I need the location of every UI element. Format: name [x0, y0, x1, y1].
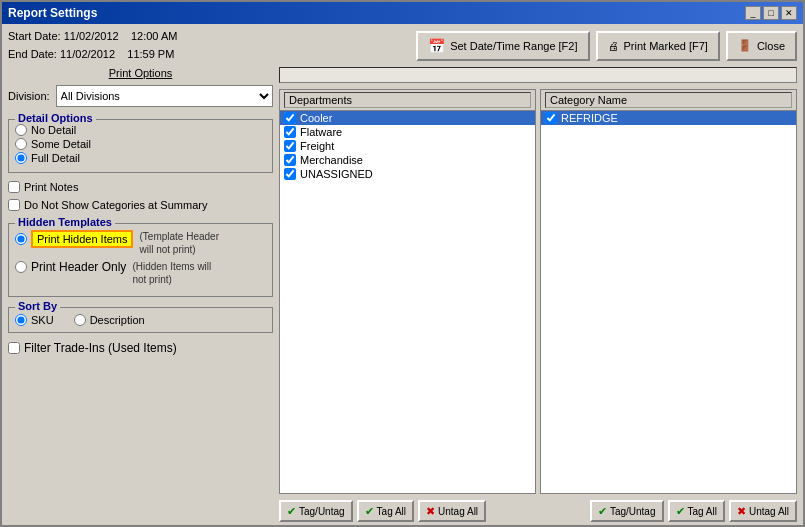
- close-icon: 🚪: [738, 39, 752, 52]
- dept-bottom-buttons: ✔ Tag/Untag ✔ Tag All ✖ Untag All: [279, 500, 486, 522]
- no-categories-checkbox[interactable]: [8, 199, 20, 211]
- bottom-buttons: ✔ Tag/Untag ✔ Tag All ✖ Untag All: [279, 500, 797, 522]
- left-panel: Print Options Division: All Divisions De…: [8, 67, 273, 522]
- list-item[interactable]: UNASSIGNED: [280, 167, 535, 181]
- print-hidden-row: Print Hidden Items (Template Headerwill …: [15, 230, 266, 256]
- full-detail-radio[interactable]: [15, 152, 27, 164]
- category-header: Category Name: [541, 90, 796, 111]
- set-date-button[interactable]: 📅 Set Date/Time Range [F2]: [416, 31, 589, 61]
- check-icon: ✔: [676, 505, 685, 518]
- merchandise-label: Merchandise: [300, 154, 363, 166]
- print-marked-button[interactable]: 🖨 Print Marked [F7]: [596, 31, 720, 61]
- window-content: Start Date: 11/02/2012 12:00 AM End Date…: [2, 24, 803, 527]
- filter-checkbox[interactable]: [8, 342, 20, 354]
- tables-row: Departments Cooler Flatware: [279, 89, 797, 494]
- end-time: 11:59 PM: [127, 48, 174, 60]
- departments-list[interactable]: Cooler Flatware Freight: [280, 111, 535, 493]
- report-settings-window: Report Settings _ □ ✕ Start Date: 11/02/…: [0, 0, 805, 527]
- start-date-value: 11/02/2012: [64, 30, 119, 42]
- cat-tag-all-button[interactable]: ✔ Tag All: [668, 500, 725, 522]
- title-bar: Report Settings _ □ ✕: [2, 2, 803, 24]
- dept-tag-untag-button[interactable]: ✔ Tag/Untag: [279, 500, 353, 522]
- list-item[interactable]: Freight: [280, 139, 535, 153]
- cat-untag-all-button[interactable]: ✖ Untag All: [729, 500, 797, 522]
- list-item[interactable]: REFRIDGE: [541, 111, 796, 125]
- category-panel: Category Name REFRIDGE: [540, 89, 797, 494]
- cat-tag-untag-button[interactable]: ✔ Tag/Untag: [590, 500, 664, 522]
- list-item[interactable]: Merchandise: [280, 153, 535, 167]
- no-detail-row: No Detail: [15, 124, 266, 136]
- description-label: Description: [90, 314, 145, 326]
- print-notes-label: Print Notes: [24, 181, 78, 193]
- some-detail-row: Some Detail: [15, 138, 266, 150]
- check-icon: ✔: [287, 505, 296, 518]
- division-select[interactable]: All Divisions: [56, 85, 273, 107]
- category-header-label: Category Name: [545, 92, 792, 108]
- freight-checkbox[interactable]: [284, 140, 296, 152]
- dept-untag-all-button[interactable]: ✖ Untag All: [418, 500, 486, 522]
- full-detail-row: Full Detail: [15, 152, 266, 164]
- print-notes-row: Print Notes: [8, 181, 273, 193]
- start-time: 12:00 AM: [131, 30, 177, 42]
- unassigned-checkbox[interactable]: [284, 168, 296, 180]
- list-item[interactable]: Flatware: [280, 125, 535, 139]
- departments-header: Departments: [280, 90, 535, 111]
- print-header-note: (Hidden Items willnot print): [132, 260, 211, 286]
- hidden-templates-group: Hidden Templates Print Hidden Items (Tem…: [8, 223, 273, 297]
- no-detail-radio[interactable]: [15, 124, 27, 136]
- print-options-header: Print Options: [8, 67, 273, 79]
- print-hidden-items-button[interactable]: Print Hidden Items: [31, 230, 133, 248]
- dept-tag-all-button[interactable]: ✔ Tag All: [357, 500, 414, 522]
- list-item[interactable]: Cooler: [280, 111, 535, 125]
- start-date-label: Start Date:: [8, 30, 61, 42]
- filter-label: Filter Trade-Ins (Used Items): [24, 341, 177, 355]
- sku-label: SKU: [31, 314, 54, 326]
- freight-label: Freight: [300, 140, 334, 152]
- unassigned-label: UNASSIGNED: [300, 168, 373, 180]
- right-panel: Departments Cooler Flatware: [279, 67, 797, 522]
- end-date-value: 11/02/2012: [60, 48, 115, 60]
- print-header-radio[interactable]: [15, 261, 27, 273]
- sku-radio[interactable]: [15, 314, 27, 326]
- hidden-templates-label: Hidden Templates: [15, 216, 115, 228]
- category-list[interactable]: REFRIDGE: [541, 111, 796, 493]
- date-info: Start Date: 11/02/2012 12:00 AM End Date…: [8, 28, 177, 63]
- check-icon: ✔: [598, 505, 607, 518]
- minimize-button[interactable]: _: [745, 6, 761, 20]
- description-radio[interactable]: [74, 314, 86, 326]
- calendar-icon: 📅: [428, 38, 445, 54]
- refridge-label: REFRIDGE: [561, 112, 618, 124]
- print-header-row: Print Header Only (Hidden Items willnot …: [15, 260, 266, 286]
- division-row: Division: All Divisions: [8, 85, 273, 107]
- some-detail-radio[interactable]: [15, 138, 27, 150]
- start-date-row: Start Date: 11/02/2012 12:00 AM: [8, 28, 177, 46]
- division-label: Division:: [8, 90, 50, 102]
- maximize-button[interactable]: □: [763, 6, 779, 20]
- cooler-checkbox[interactable]: [284, 112, 296, 124]
- print-hidden-radio[interactable]: [15, 233, 27, 245]
- end-date-label: End Date:: [8, 48, 57, 60]
- cat-bottom-buttons: ✔ Tag/Untag ✔ Tag All ✖ Untag All: [590, 500, 797, 522]
- flatware-checkbox[interactable]: [284, 126, 296, 138]
- filter-row: Filter Trade-Ins (Used Items): [8, 341, 273, 355]
- print-notes-checkbox[interactable]: [8, 181, 20, 193]
- no-categories-row: Do Not Show Categories at Summary: [8, 199, 273, 211]
- description-sort-row: Description: [74, 314, 145, 326]
- detail-options-group: Detail Options No Detail Some Detail Ful…: [8, 119, 273, 173]
- sort-by-options: SKU Description: [15, 314, 266, 328]
- refridge-checkbox[interactable]: [545, 112, 557, 124]
- top-buttons: 📅 Set Date/Time Range [F2] 🖨 Print Marke…: [416, 31, 797, 61]
- close-window-button[interactable]: ✕: [781, 6, 797, 20]
- no-detail-label: No Detail: [31, 124, 76, 136]
- print-header-label: Print Header Only: [31, 260, 126, 274]
- close-button[interactable]: 🚪 Close: [726, 31, 797, 61]
- departments-panel: Departments Cooler Flatware: [279, 89, 536, 494]
- end-date-row: End Date: 11/02/2012 11:59 PM: [8, 46, 177, 64]
- merchandise-checkbox[interactable]: [284, 154, 296, 166]
- window-title: Report Settings: [8, 6, 97, 20]
- cooler-label: Cooler: [300, 112, 332, 124]
- x-icon: ✖: [426, 505, 435, 518]
- detail-options-label: Detail Options: [15, 112, 96, 124]
- full-detail-label: Full Detail: [31, 152, 80, 164]
- print-hidden-note: (Template Headerwill not print): [139, 230, 218, 256]
